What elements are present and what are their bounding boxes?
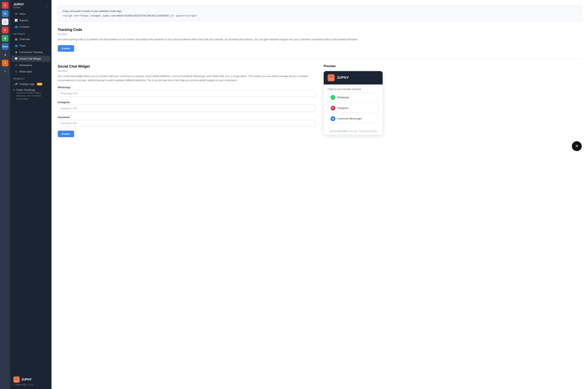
sidebar-menu-button[interactable]: ⋮ — [45, 3, 48, 8]
sidebar-item-white-label[interactable]: ▭ White-label — [11, 68, 50, 75]
sidebar-item-contacts[interactable]: 👥 Contacts — [11, 24, 50, 30]
instagram-channel-label: Instagram — [337, 106, 349, 109]
sidebar-item-workspace[interactable]: ▭ Workspace — [11, 62, 50, 68]
avatar-d[interactable]: D — [2, 10, 8, 17]
sidebar-item-social-chat-widget[interactable]: 💬 Social Chat Widget — [11, 56, 50, 62]
avatar-y[interactable]: Y — [2, 60, 8, 66]
social-chat-widget-description: Our social chat widget allows you to con… — [58, 74, 316, 83]
juphy-logo: 🦊 JUPHY — [13, 376, 48, 383]
social-chat-widget-icon: 💬 — [15, 57, 18, 60]
new-badge: New — [37, 83, 42, 85]
preview-channel-instagram[interactable]: ◎ Instagram — [327, 103, 379, 113]
avatar-c2[interactable]: C — [2, 27, 8, 33]
sidebar: JUPHY Growth ⋮ ✉ Inbox 📊 Reports 👥 Conta… — [10, 0, 52, 389]
reports-icon: 📊 — [15, 19, 18, 22]
tracking-code-description: Our web tracking code is a powerful tool… — [58, 37, 582, 42]
product-section-label: Product — [10, 75, 52, 81]
whatsapp-channel-label: WhatsApp — [337, 96, 349, 99]
preview-channel-messenger[interactable]: ◉ Facebook Messenger — [327, 114, 379, 123]
whatsapp-input[interactable] — [58, 90, 316, 97]
script-box: Copy and paste it inside of your website… — [58, 5, 582, 21]
script-instruction: Copy and paste it inside of your website… — [63, 10, 577, 13]
avatar-j[interactable]: J — [2, 51, 8, 58]
preview-card: 🦊 JUPHY Chat on your favorite channel ✓ … — [324, 71, 383, 135]
social-chat-widget-title: Social Chat Widget — [58, 65, 316, 68]
messenger-channel-label: Facebook Messenger — [337, 117, 362, 120]
conversion-tracking-icon: ⧫ — [15, 51, 18, 54]
instagram-input[interactable] — [58, 105, 316, 112]
preview-col: Preview 🦊 JUPHY Chat on your favorite ch… — [324, 65, 582, 151]
social-chat-widget-enable-button[interactable]: Enable — [58, 131, 74, 137]
workspace-icon: ▭ — [15, 64, 18, 66]
widget-config-col: Social Chat Widget Disabled Our social c… — [58, 65, 316, 151]
add-workspace-button[interactable]: + — [2, 68, 8, 75]
preview-label: Preview — [324, 65, 582, 68]
copyright: © Juphy 2023 · v2.37 — [13, 384, 48, 386]
divider — [58, 59, 582, 59]
avatar-img1[interactable]: ≡ — [2, 18, 8, 25]
tracking-code-status: Disabled — [58, 32, 582, 35]
instagram-field-group: Instagram — [58, 101, 316, 112]
avatar-c1[interactable]: C — [2, 2, 8, 9]
preview-footer-suffix: to your site - Powered by Juphy — [346, 130, 377, 132]
social-chat-widget-status: Disabled — [58, 69, 316, 72]
preview-channel-whatsapp[interactable]: ✓ WhatsApp — [327, 93, 379, 102]
change-logs-icon: 📣 — [15, 83, 18, 85]
whatsapp-label: WhatsApp — [58, 86, 316, 89]
sidebar-item-reports[interactable]: 📊 Reports — [11, 17, 50, 23]
preview-subtitle: Chat on your favorite channel — [327, 88, 379, 91]
preview-logo-icon: 🦊 — [327, 74, 335, 81]
tracking-code-section: Tracking Code Disabled Our web tracking … — [58, 28, 582, 52]
app-plan: Growth — [13, 6, 24, 9]
juphy-fox-icon: 🦊 — [13, 376, 20, 383]
preview-footer-link[interactable]: live chat — [338, 130, 346, 132]
contacts-icon: 👥 — [15, 25, 18, 28]
white-label-icon: ▭ — [15, 70, 18, 73]
facebook-label: Facebook — [58, 116, 316, 119]
public-roadmap-icon: ≡ — [13, 88, 15, 91]
svg-text:≡: ≡ — [4, 21, 6, 23]
sidebar-footer: 🦊 JUPHY © Juphy 2023 · v2.37 — [10, 373, 52, 389]
sidebar-item-team[interactable]: 👥 Team — [11, 43, 50, 49]
facebook-field-group: Facebook — [58, 116, 316, 127]
whatsapp-field-group: WhatsApp — [58, 86, 316, 97]
tracking-code-title: Tracking Code — [58, 28, 582, 32]
close-preview-button[interactable]: ✕ — [572, 141, 582, 151]
tracking-code-enable-button[interactable]: Enable — [58, 45, 74, 52]
instagram-label: Instagram — [58, 101, 316, 104]
sidebar-item-channels[interactable]: ▦ Channels — [11, 36, 50, 42]
sidebar-item-public-roadmap[interactable]: ≡ Public Roadmap Upvote or Create Featur… — [10, 87, 52, 101]
script-code[interactable]: <script src="https://widget.juphy.com/em… — [63, 15, 577, 17]
settings-section-label: Settings — [10, 30, 52, 36]
svg-text:J: J — [4, 53, 6, 56]
main-content: Copy and paste it inside of your website… — [52, 0, 588, 389]
preview-footer: Add free live chat to your site - Powere… — [324, 128, 383, 135]
whatsapp-channel-icon: ✓ — [330, 95, 335, 100]
social-chat-widget-section: Social Chat Widget Disabled Our social c… — [58, 65, 582, 151]
sidebar-item-conversion-tracking[interactable]: ⧫ Conversion Tracking — [11, 49, 50, 55]
two-col-layout: Social Chat Widget Disabled Our social c… — [58, 65, 582, 151]
inbox-icon: ✉ — [15, 12, 18, 15]
instagram-channel-icon: ◎ — [330, 106, 335, 110]
channels-icon: ▦ — [15, 38, 18, 41]
facebook-input[interactable] — [58, 120, 316, 127]
preview-brand-name: JUPHY — [337, 76, 349, 80]
sidebar-item-inbox[interactable]: ✉ Inbox — [11, 11, 50, 17]
app-name: JUPHY — [13, 3, 24, 6]
juphy-logo-text: JUPHY — [21, 378, 32, 381]
avatar-b[interactable]: B — [2, 35, 8, 42]
preview-footer-text: Add free — [329, 130, 338, 132]
team-icon: 👥 — [15, 44, 18, 47]
preview-body: Chat on your favorite channel ✓ WhatsApp… — [324, 85, 383, 128]
sidebar-item-change-logs[interactable]: 📣 Change Logs New — [11, 81, 50, 87]
avatar-h[interactable]: Hilton — [2, 43, 8, 50]
sidebar-brand: JUPHY Growth — [13, 3, 24, 9]
messenger-channel-icon: ◉ — [330, 116, 335, 121]
sidebar-header: JUPHY Growth ⋮ — [10, 0, 52, 11]
preview-header: 🦊 JUPHY — [324, 71, 383, 85]
avatar-bar: C D ≡ C B Hilton J Y + — [0, 0, 10, 389]
